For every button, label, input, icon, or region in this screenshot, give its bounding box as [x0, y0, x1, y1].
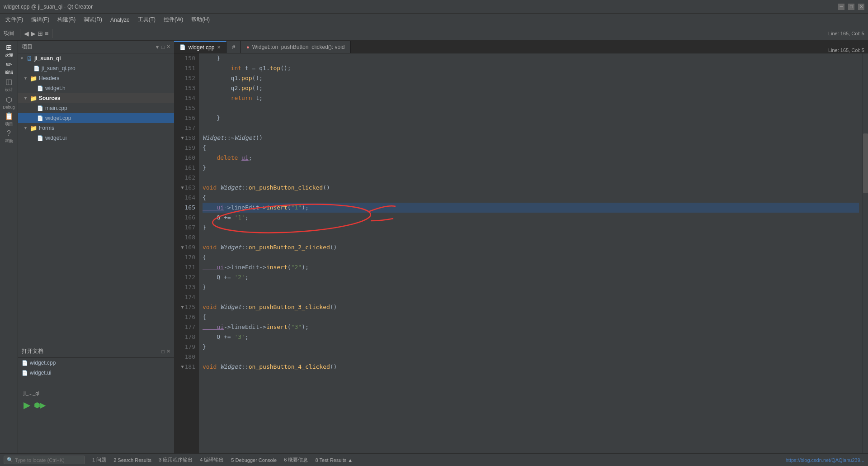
blog-url: https://blog.csdn.net/QAQianu239...: [786, 457, 864, 463]
status-app-output[interactable]: 3 应用程序输出: [159, 456, 193, 463]
line-col-display: Line: 165, Col: 5: [825, 48, 868, 53]
code-line-150: }: [203, 53, 859, 63]
status-debugger[interactable]: 5 Debugger Console: [231, 457, 277, 463]
debug-icon-btn[interactable]: ⬡ Debug: [1, 94, 17, 110]
ln-181: ▼181: [178, 362, 195, 372]
tab-widget-cpp[interactable]: 📄 widget.cpp ✕: [174, 41, 226, 53]
left-panel: 项目 ▼ □ ✕ ▼ 🖥 ji_suan_qi: [18, 41, 174, 453]
tree-item-sources[interactable]: ▼ 📁 Sources: [18, 93, 174, 103]
tree-item-forms[interactable]: ▼ 📁 Forms: [18, 123, 174, 133]
widget-ui-label: widget.ui: [45, 135, 66, 141]
run-button[interactable]: ▶: [24, 399, 30, 410]
menu-tools[interactable]: 工具(T): [134, 15, 159, 24]
status-compile[interactable]: 4 编译输出: [200, 456, 224, 463]
headers-label: Headers: [39, 75, 59, 81]
ln-165: 165: [178, 203, 195, 213]
ln-169: ▼169: [178, 243, 195, 252]
status-search-results[interactable]: 2 Search Results: [113, 457, 151, 463]
open-file-ui-icon: 📄: [22, 370, 28, 376]
toolbar-separator2: [52, 29, 52, 38]
scrollbar-thumb[interactable]: [863, 133, 868, 194]
tree-item-widget-h[interactable]: 📄 widget.h: [18, 83, 174, 93]
open-files-close-button[interactable]: ✕: [166, 348, 170, 354]
code-line-180: [203, 352, 859, 362]
search-input[interactable]: [15, 457, 78, 463]
build-run-button[interactable]: ⬢▶: [34, 399, 46, 410]
design-icon-btn[interactable]: ◫ 设计: [1, 77, 17, 93]
toolbar-menu-button[interactable]: ≡: [45, 30, 48, 37]
status-tests[interactable]: 8 Test Results ▲: [315, 457, 353, 463]
tab-hash[interactable]: #: [226, 41, 241, 53]
open-file-widget-ui[interactable]: 📄 widget.ui: [18, 368, 174, 378]
fold-175[interactable]: ▼: [181, 302, 184, 312]
pro-file-icon: 📄: [33, 66, 40, 71]
menu-controls[interactable]: 控件(W): [160, 15, 187, 24]
code-line-178: Q += '3';: [203, 332, 859, 342]
menu-analyze[interactable]: Analyze: [107, 16, 133, 24]
toolbar-layout-button[interactable]: ⊞: [38, 30, 43, 37]
ln-173: 173: [178, 282, 195, 292]
project-icon-btn[interactable]: 📋 项目: [1, 111, 17, 128]
code-line-154: return t;: [203, 93, 859, 103]
ln-163: ▼163: [178, 183, 195, 193]
toolbar-forward-button[interactable]: ▶: [31, 30, 36, 37]
minimize-button[interactable]: ─: [838, 4, 844, 10]
menu-build[interactable]: 构建(B): [54, 15, 79, 24]
open-files-header: 打开文档 □ ✕: [18, 345, 174, 358]
tree-item-main-cpp[interactable]: 📄 main.cpp: [18, 103, 174, 113]
ln-151: 151: [178, 63, 195, 73]
ln-157: 157: [178, 123, 195, 133]
code-line-155: [203, 103, 859, 113]
tree-item-headers[interactable]: ▼ 📁 Headers: [18, 73, 174, 83]
status-summary[interactable]: 6 概要信息: [284, 456, 308, 463]
help-icon-btn[interactable]: ? 帮助: [1, 128, 17, 145]
code-line-153: q2.pop();: [203, 83, 859, 93]
code-line-151: int t = q1.top();: [203, 63, 859, 73]
panel-expand-button[interactable]: □: [161, 44, 165, 50]
panel-close-button[interactable]: ✕: [166, 44, 170, 50]
menu-edit[interactable]: 编辑(E): [28, 15, 53, 24]
welcome-icon-btn[interactable]: ⊞ 欢迎: [1, 43, 17, 59]
widget-cpp-label: widget.cpp: [45, 115, 71, 121]
tab-cpp-close[interactable]: ✕: [217, 45, 221, 50]
ln-170: 170: [178, 252, 195, 262]
menu-debug[interactable]: 调试(D): [80, 15, 106, 24]
code-line-152: q1.pop();: [203, 73, 859, 83]
tree-item-widget-cpp[interactable]: 📄 widget.cpp: [18, 113, 174, 123]
fold-181[interactable]: ▼: [181, 362, 184, 372]
menu-file[interactable]: 文件(F): [2, 15, 27, 24]
panel-filter-button[interactable]: ▼: [155, 44, 160, 50]
fold-163[interactable]: ▼: [181, 183, 184, 193]
ln-155: 155: [178, 103, 195, 113]
code-line-164: {: [203, 193, 859, 203]
tree-item-pro[interactable]: 📄 ji_suan_qi.pro: [18, 63, 174, 73]
open-file-widget-cpp[interactable]: 📄 widget.cpp: [18, 358, 174, 368]
toolbar-back-button[interactable]: ◀: [24, 30, 29, 37]
ln-150: 150: [178, 53, 195, 63]
edit-label: 编辑: [5, 70, 13, 76]
code-line-177: ui->lineEdit->insert("3");: [203, 322, 859, 332]
project-tree: ▼ 🖥 ji_suan_qi 📄 ji_suan_qi.pro ▼ 📁: [18, 53, 174, 345]
fold-169[interactable]: ▼: [181, 243, 184, 252]
menu-help[interactable]: 帮助(H): [188, 15, 213, 24]
status-problems[interactable]: 1 问题: [92, 456, 106, 463]
menubar: 文件(F) 编辑(E) 构建(B) 调试(D) Analyze 工具(T) 控件…: [0, 14, 868, 26]
maximize-button[interactable]: □: [848, 4, 854, 10]
search-box[interactable]: 🔍: [4, 456, 85, 464]
edit-icon-btn[interactable]: ✏ 编辑: [1, 60, 17, 76]
ln-171: 171: [178, 262, 195, 272]
code-editor[interactable]: } int t = q1.top(); q1.pop(); q2.pop();: [199, 53, 863, 453]
open-files-expand-button[interactable]: □: [161, 348, 165, 354]
open-file-cpp-icon: 📄: [22, 360, 28, 366]
forms-folder-icon: 📁: [30, 125, 37, 132]
toolbar-project-label: 项目: [4, 29, 14, 37]
tab-breadcrumb[interactable]: ● Widget::on_pushButton_clicked(): void: [241, 41, 350, 53]
tree-item-widget-ui[interactable]: 📄 widget.ui: [18, 133, 174, 143]
fold-158[interactable]: ▼: [181, 133, 184, 143]
run-area: ji_..._qi ▶ ⬢▶: [18, 387, 174, 414]
project-run-label: ji_..._qi: [22, 390, 39, 396]
right-scrollbar[interactable]: [863, 53, 868, 453]
close-button[interactable]: ✕: [858, 4, 864, 10]
code-line-163: void Widget::on_pushButton_clicked(): [203, 183, 859, 193]
tree-item-project[interactable]: ▼ 🖥 ji_suan_qi: [18, 53, 174, 63]
